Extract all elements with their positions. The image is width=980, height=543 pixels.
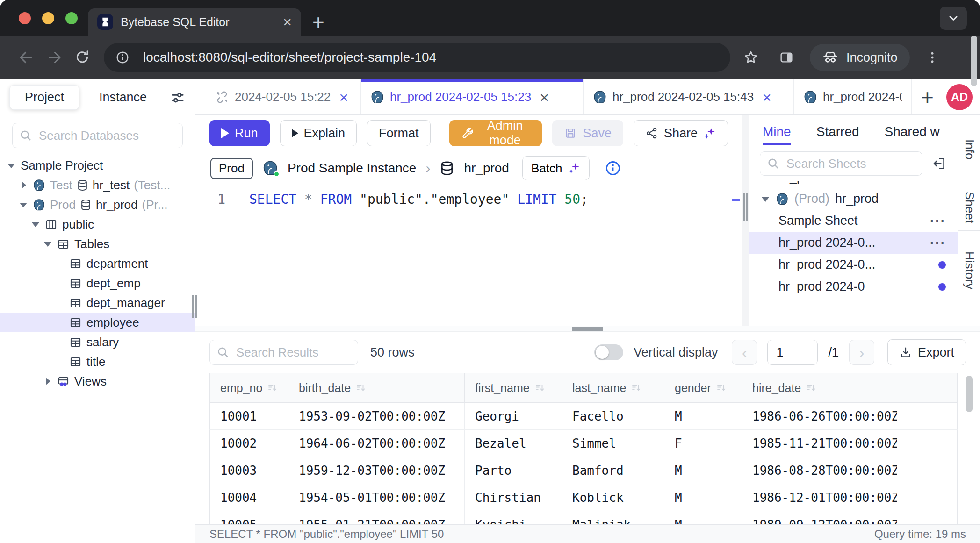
tree-item-salary[interactable]: salary xyxy=(0,332,195,352)
search-databases-input[interactable] xyxy=(12,123,183,148)
table-row[interactable]: 100051955-01-21T00:00:00ZKyoichiMaliniak… xyxy=(209,511,958,524)
sheet-item-hr-prod-2024-0[interactable]: hr_prod 2024-0 xyxy=(749,276,958,298)
table-row[interactable]: 100021964-06-02T00:00:00ZBezalelSimmelF1… xyxy=(209,430,958,457)
search-sheets-input[interactable] xyxy=(760,151,922,176)
table-row[interactable]: 100031959-12-03T00:00:00ZPartoBamfordM19… xyxy=(209,457,958,484)
caret-down-icon[interactable] xyxy=(19,200,28,209)
info-icon[interactable] xyxy=(605,160,621,177)
browser-tab[interactable]: Bytebase SQL Editor × xyxy=(88,8,301,36)
close-tab-icon[interactable]: × xyxy=(762,89,771,105)
rail-tab-history[interactable]: History xyxy=(958,231,980,310)
instance-name[interactable]: Prod Sample Instance xyxy=(288,161,417,176)
results-horizontal-splitter[interactable] xyxy=(195,326,980,332)
splitter-drag-handle[interactable] xyxy=(572,327,603,331)
more-menu-icon[interactable]: ··· xyxy=(930,214,946,229)
tree-item-hr-prod[interactable]: Prodhr_prod(Pr... xyxy=(0,195,195,214)
caret-down-icon[interactable] xyxy=(761,194,770,204)
more-menu-icon[interactable]: ··· xyxy=(930,236,946,250)
sheets-tab-starred[interactable]: Starred xyxy=(816,115,859,149)
reload-icon[interactable] xyxy=(68,43,96,71)
sheet-item-hr-prod-2024-0[interactable]: hr_prod 2024-0...··· xyxy=(749,181,958,188)
sql-editor[interactable]: 1 SELECT * FROM "public"."employee" LIMI… xyxy=(195,185,742,326)
rail-tab-info[interactable]: Info xyxy=(958,115,980,184)
user-avatar[interactable]: AD xyxy=(946,84,973,110)
import-sheet-icon[interactable] xyxy=(931,156,947,171)
next-page-button[interactable]: › xyxy=(849,340,874,365)
tree-item-tables[interactable]: Tables xyxy=(0,234,195,254)
sheets-tab-mine[interactable]: Mine xyxy=(763,115,791,149)
page-number-input[interactable] xyxy=(767,340,818,365)
column-header-last-name[interactable]: last_name xyxy=(562,373,664,402)
column-header-hire-date[interactable]: hire_date xyxy=(742,373,897,402)
tab-instance[interactable]: Instance xyxy=(99,90,147,105)
share-button[interactable]: Share xyxy=(634,120,728,146)
export-button[interactable]: Export xyxy=(887,339,966,365)
bookmark-star-icon[interactable] xyxy=(737,43,765,71)
tree-item-dept-emp[interactable]: dept_emp xyxy=(0,273,195,293)
save-button[interactable]: Save xyxy=(552,120,623,146)
tree-item-employee[interactable]: employee xyxy=(0,313,195,332)
table-row[interactable]: 100041954-05-01T00:00:00ZChirstianKoblic… xyxy=(209,484,958,511)
caret-down-icon[interactable] xyxy=(43,239,52,249)
caret-down-icon[interactable] xyxy=(31,220,40,229)
close-tab-icon[interactable]: × xyxy=(540,89,549,105)
prev-page-button[interactable]: ‹ xyxy=(732,340,757,365)
close-tab-icon[interactable]: × xyxy=(339,89,348,105)
rail-tab-sheet[interactable]: Sheet xyxy=(958,184,980,231)
editor-tab-1[interactable]: 2024-02-05 15:22 × xyxy=(206,79,361,114)
tab-search-button[interactable] xyxy=(940,7,967,30)
sheets-tab-shared-w[interactable]: Shared w xyxy=(885,115,940,149)
caret-right-icon[interactable] xyxy=(19,180,28,190)
minimize-window-button[interactable] xyxy=(42,12,54,24)
editor-tab-2[interactable]: hr_prod 2024-02-05 15:23 × xyxy=(361,79,584,114)
tree-item-sample-project[interactable]: Sample Project xyxy=(0,156,195,175)
back-icon[interactable] xyxy=(12,43,40,71)
new-tab-button[interactable]: + xyxy=(312,12,324,33)
forward-icon[interactable] xyxy=(40,43,68,71)
sidebar-resize-handle[interactable] xyxy=(192,295,198,318)
browser-menu-icon[interactable] xyxy=(918,43,946,71)
panel-vertical-splitter[interactable] xyxy=(742,115,749,326)
admin-mode-button[interactable]: Admin mode xyxy=(449,120,542,146)
column-header-birth-date[interactable]: birth_date xyxy=(288,373,465,402)
column-header-gender[interactable]: gender xyxy=(664,373,742,402)
tree-item-hr-test[interactable]: Testhr_test(Test... xyxy=(0,175,195,195)
table-row[interactable]: 100011953-09-02T00:00:00ZGeorgiFacelloM1… xyxy=(209,403,958,430)
caret-down-icon[interactable] xyxy=(7,161,16,170)
format-button[interactable]: Format xyxy=(367,120,431,146)
column-header-first-name[interactable]: first_name xyxy=(465,373,562,402)
url-bar[interactable]: localhost:8080/sql-editor/sheet/project-… xyxy=(104,43,730,72)
new-sheet-button[interactable]: + xyxy=(912,86,943,108)
database-name[interactable]: hr_prod xyxy=(464,161,509,176)
sheet-item-hr-prod-2024-0[interactable]: hr_prod 2024-0...··· xyxy=(749,232,958,254)
search-results-input[interactable] xyxy=(209,340,358,365)
tree-item-public[interactable]: public xyxy=(0,214,195,234)
tree-item-views[interactable]: Views xyxy=(0,372,195,391)
table-scrollbar[interactable] xyxy=(966,376,973,412)
caret-right-icon[interactable] xyxy=(43,377,52,386)
sheet-item-hr-prod-2024-0[interactable]: hr_prod 2024-0... xyxy=(749,254,958,276)
site-info-icon[interactable] xyxy=(110,45,135,70)
sheet-group-hr-prod[interactable]: (Prod) hr_prod xyxy=(749,188,958,210)
column-header-emp-no[interactable]: emp_no xyxy=(210,373,288,402)
maximize-window-button[interactable] xyxy=(65,12,78,24)
filter-settings-icon[interactable] xyxy=(170,90,186,106)
side-panel-icon[interactable] xyxy=(772,43,800,71)
tree-item-title[interactable]: title xyxy=(0,352,195,372)
batch-button[interactable]: Batch xyxy=(522,156,590,180)
explain-button[interactable]: Explain xyxy=(280,120,357,146)
editor-tab-3[interactable]: hr_prod 2024-02-05 15:43 × xyxy=(584,79,794,114)
tree-item-dept-manager[interactable]: dept_manager xyxy=(0,293,195,313)
close-window-button[interactable] xyxy=(19,12,31,24)
sheet-item-sample-sheet[interactable]: Sample Sheet··· xyxy=(749,210,958,232)
caret-spacer xyxy=(55,318,65,327)
more-menu-icon[interactable]: ··· xyxy=(930,181,946,185)
run-button[interactable]: Run xyxy=(209,120,270,146)
editor-tab-4[interactable]: hr_prod 2024-0 xyxy=(794,79,912,114)
tab-project[interactable]: Project xyxy=(9,85,79,110)
splitter-drag-handle[interactable] xyxy=(743,193,748,221)
editor-minimap[interactable] xyxy=(730,185,742,326)
vertical-display-toggle[interactable] xyxy=(594,344,623,360)
close-tab-icon[interactable]: × xyxy=(283,14,292,29)
tree-item-department[interactable]: department xyxy=(0,254,195,273)
